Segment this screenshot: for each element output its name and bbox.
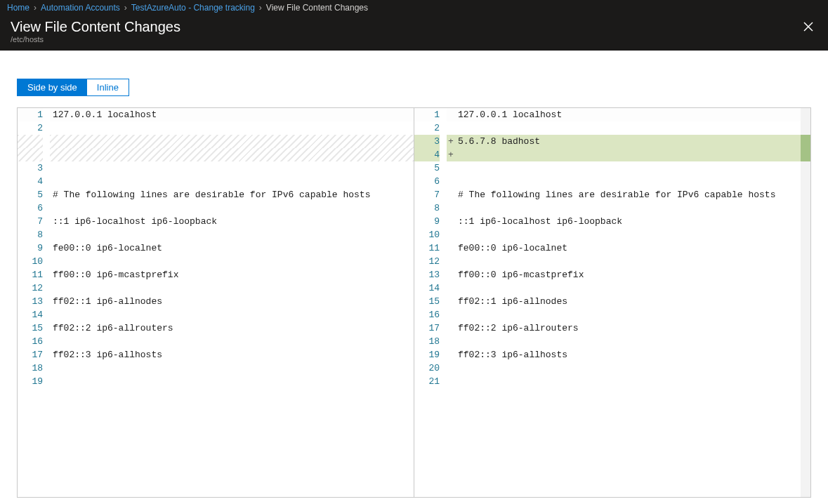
breadcrumb: Home › Automation Accounts › TestAzureAu… <box>0 0 828 15</box>
close-icon <box>803 22 813 32</box>
overview-ruler[interactable] <box>801 108 810 497</box>
chevron-right-icon: › <box>259 3 262 13</box>
breadcrumb-link-change-tracking[interactable]: TestAzureAuto - Change tracking <box>131 3 255 13</box>
content-area: Side by side Inline 12345678910111213141… <box>0 51 828 504</box>
diff-code-right: 127.0.0.1 localhost5.6.7.8 badhost# The … <box>455 108 801 497</box>
breadcrumb-current: View File Content Changes <box>266 3 368 13</box>
tab-side-by-side[interactable]: Side by side <box>18 79 87 95</box>
page-title: View File Content Changes <box>11 19 180 35</box>
diff-sign-column: ++ <box>447 108 455 497</box>
chevron-right-icon: › <box>124 3 127 13</box>
close-button[interactable] <box>799 19 817 37</box>
line-number-gutter: 12345678910111213141516171819 <box>18 108 50 497</box>
diff-pane-left: 12345678910111213141516171819 127.0.0.1 … <box>18 108 414 497</box>
diff-pane-right: 123456789101112131415161718192021 ++ 127… <box>414 108 810 497</box>
line-number-gutter: 123456789101112131415161718192021 <box>414 108 447 497</box>
tab-inline[interactable]: Inline <box>87 79 129 95</box>
diff-code-left: 127.0.0.1 localhost# The following lines… <box>50 108 414 497</box>
view-mode-toggle: Side by side Inline <box>17 79 129 96</box>
breadcrumb-link-home[interactable]: Home <box>7 3 29 13</box>
page-header: View File Content Changes /etc/hosts <box>0 15 828 51</box>
breadcrumb-link-automation-accounts[interactable]: Automation Accounts <box>41 3 120 13</box>
chevron-right-icon: › <box>34 3 37 13</box>
change-mark <box>801 135 810 161</box>
page-subtitle: /etc/hosts <box>11 35 180 44</box>
diff-viewer[interactable]: 12345678910111213141516171819 127.0.0.1 … <box>17 107 811 498</box>
